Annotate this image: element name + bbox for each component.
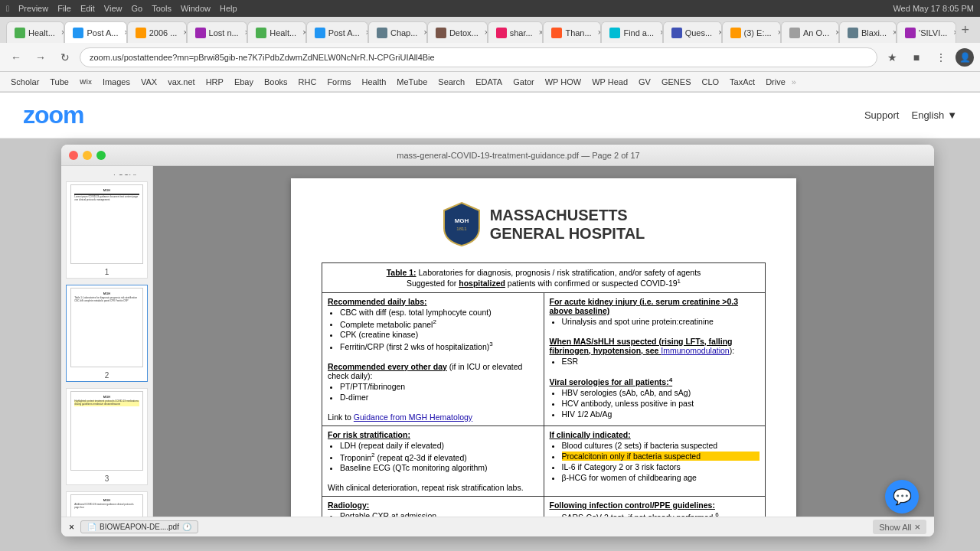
- tools-menu[interactable]: Tools: [152, 4, 172, 13]
- tab-find[interactable]: Find a... ×: [601, 21, 662, 43]
- tab-close-detox[interactable]: ×: [482, 28, 488, 38]
- tab-email[interactable]: (3) E:... ×: [722, 21, 781, 43]
- pdf-thumbnail-4[interactable]: MGH Additional COVID-19 treatment guidan…: [66, 491, 148, 517]
- bookmark-button[interactable]: ★: [882, 47, 902, 67]
- bookmark-wphead[interactable]: WP Head: [587, 76, 632, 88]
- tab-close-post2[interactable]: ×: [363, 28, 368, 38]
- help-menu[interactable]: Help: [220, 4, 237, 13]
- bookmark-gator[interactable]: Gator: [508, 76, 539, 88]
- pdf-thumb-num-2: 2: [105, 370, 109, 381]
- tab-detox[interactable]: Detox... ×: [427, 21, 488, 43]
- tab-2006[interactable]: 2006 ... ×: [127, 21, 187, 43]
- hematology-link[interactable]: Guidance from MGH Hematology: [354, 412, 472, 422]
- tab-label-than: Than...: [565, 28, 591, 37]
- pdf-thumbnail-2[interactable]: MGH Table 1: Laboratories for diagnosis …: [66, 285, 148, 382]
- extensions-button[interactable]: ■: [906, 47, 926, 67]
- tab-blaxi[interactable]: Blaxi... ×: [839, 21, 897, 43]
- tab-close-blaxi[interactable]: ×: [890, 28, 897, 38]
- view-menu[interactable]: View: [104, 4, 122, 13]
- tab-post-active[interactable]: Post A... ×: [64, 21, 126, 43]
- bookmark-search[interactable]: Search: [433, 76, 469, 88]
- file-menu[interactable]: File: [57, 4, 71, 13]
- bookmark-edata[interactable]: EDATA: [471, 76, 507, 88]
- tab-lost[interactable]: Lost n... ×: [187, 21, 248, 43]
- tab-favicon-ques: [671, 28, 682, 38]
- tab-post2[interactable]: Post A... ×: [306, 21, 368, 43]
- tab-close-post[interactable]: ×: [121, 28, 126, 38]
- bookmark-drive[interactable]: Drive: [761, 76, 790, 88]
- close-file-icon[interactable]: ×: [69, 522, 74, 533]
- tab-silvi[interactable]: 'SILVI... ×: [897, 21, 956, 43]
- bookmark-taxact[interactable]: TaxAct: [725, 76, 760, 88]
- tab-ques[interactable]: Ques... ×: [663, 21, 722, 43]
- address-bar[interactable]: zoom.us/postattendee?mn=pBrwi85gib-ne7K7…: [80, 47, 877, 67]
- tab-close-an[interactable]: ×: [832, 28, 839, 38]
- bookmark-hrp[interactable]: HRP: [201, 76, 228, 88]
- tab-chap[interactable]: Chap... ×: [368, 21, 427, 43]
- chat-button[interactable]: 💬: [885, 480, 919, 514]
- edit-menu[interactable]: Edit: [80, 4, 95, 13]
- mac-menu-bar[interactable]:  Preview File Edit View Go Tools Window…: [6, 4, 237, 13]
- window-maximize-button[interactable]: [96, 151, 106, 160]
- close-all-icon[interactable]: ×: [914, 521, 920, 533]
- new-tab-button[interactable]: +: [956, 22, 974, 38]
- show-all-bar[interactable]: Show All ×: [873, 520, 926, 534]
- bookmark-metube[interactable]: MeTube: [392, 76, 432, 88]
- file-icon: 📄: [87, 523, 96, 531]
- tab-than[interactable]: Than... ×: [543, 21, 601, 43]
- bookmark-images[interactable]: Images: [98, 76, 135, 88]
- zoom-logo[interactable]: zoom: [23, 101, 84, 129]
- go-menu[interactable]: Go: [132, 4, 143, 13]
- tab-health2[interactable]: Healt... ×: [247, 21, 305, 43]
- tab-close-ques[interactable]: ×: [715, 28, 721, 38]
- bookmark-gv[interactable]: GV: [634, 76, 655, 88]
- tab-shar[interactable]: shar... ×: [488, 21, 544, 43]
- profile-button[interactable]: 👤: [956, 48, 974, 67]
- app-name[interactable]: Preview: [18, 4, 48, 13]
- apple-menu[interactable]: : [6, 4, 9, 13]
- browser-tabs: Healt... × Post A... × 2006 ... × Lost n…: [0, 17, 980, 43]
- window-menu[interactable]: Window: [181, 4, 211, 13]
- pdf-main[interactable]: MGH 1811 MASSACHUSETTS GENERAL HOSPITAL: [153, 166, 934, 517]
- tab-close-lost[interactable]: ×: [242, 28, 248, 38]
- cell-daily-labs: Recommended daily labs: CBC with diff (e…: [322, 292, 544, 425]
- bookmark-vaxnet[interactable]: vax.net: [163, 76, 199, 88]
- tab-health-1[interactable]: Healt... ×: [6, 21, 64, 43]
- bookmark-wphow[interactable]: WP HOW: [541, 76, 586, 88]
- tab-favicon-post: [73, 28, 83, 38]
- tab-close-2006[interactable]: ×: [180, 28, 186, 38]
- tab-close-find[interactable]: ×: [657, 28, 662, 38]
- tab-an[interactable]: An O... ×: [781, 21, 839, 43]
- bookmark-genes[interactable]: GENES: [657, 76, 696, 88]
- zoom-support-link[interactable]: Support: [864, 109, 900, 121]
- tab-close-than[interactable]: ×: [595, 28, 602, 38]
- bookmark-rhc[interactable]: RHC: [294, 76, 322, 88]
- tab-close-chap[interactable]: ×: [420, 28, 426, 38]
- bookmark-forms[interactable]: Forms: [322, 76, 355, 88]
- window-close-button[interactable]: [69, 151, 78, 160]
- tab-close-silvi[interactable]: ×: [950, 28, 956, 38]
- bookmark-clo[interactable]: CLO: [697, 76, 724, 88]
- bookmarks-more[interactable]: »: [792, 77, 796, 86]
- daily-lab-item-3: CPK (creatine kinase): [340, 330, 538, 339]
- back-button[interactable]: ←: [6, 47, 26, 67]
- immunomodulation-link[interactable]: Immunomodulation: [661, 346, 729, 355]
- tab-close-health1[interactable]: ×: [58, 28, 65, 38]
- tab-close-health2[interactable]: ×: [299, 28, 306, 38]
- tab-close-email[interactable]: ×: [775, 28, 781, 38]
- tab-close-shar[interactable]: ×: [536, 28, 544, 38]
- pdf-thumbnail-3[interactable]: MGH Highlighted content treatment protoc…: [66, 388, 148, 485]
- bookmark-vax[interactable]: VAX: [136, 76, 162, 88]
- bookmark-tube[interactable]: Tube: [45, 76, 74, 88]
- forward-button[interactable]: →: [31, 47, 51, 67]
- refresh-button[interactable]: ↻: [55, 47, 75, 67]
- bookmark-books[interactable]: Books: [260, 76, 292, 88]
- pdf-thumbnail-1[interactable]: MGH Lorem ipsum COVID-19 guidance docume…: [66, 181, 148, 279]
- bookmark-ebay[interactable]: Ebay: [230, 76, 258, 88]
- more-button[interactable]: ⋮: [931, 47, 951, 67]
- bookmark-health[interactable]: Health: [358, 76, 391, 88]
- bookmark-wix[interactable]: Wix: [75, 77, 96, 87]
- zoom-language-selector[interactable]: English ▼: [911, 109, 957, 121]
- bookmark-scholar[interactable]: Scholar: [6, 76, 44, 88]
- window-minimize-button[interactable]: [83, 151, 92, 160]
